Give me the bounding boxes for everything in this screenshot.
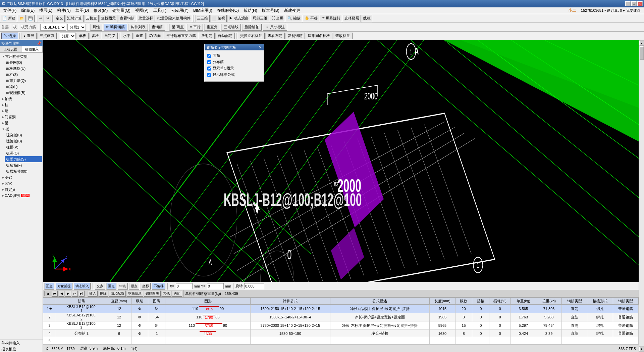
nav-first[interactable]: ⏮	[52, 291, 58, 297]
tree-col[interactable]: ▶ 柱	[1, 102, 42, 108]
checkbox-face[interactable]	[207, 54, 211, 58]
nav-next[interactable]: ▶	[65, 291, 71, 297]
snap-intersect[interactable]: 交点	[95, 283, 105, 290]
btn-zoom[interactable]: 🔍 缩放	[286, 15, 302, 22]
tree-spiral-slab[interactable]: 螺旋板(B)	[5, 138, 42, 144]
nav-single-member[interactable]: 单构件输入	[0, 340, 43, 346]
menu-modify[interactable]: 修改(M)	[92, 7, 110, 14]
menu-tools[interactable]: 工具(T)	[151, 7, 168, 14]
menu-qty[interactable]: 钢筋量(Q)	[110, 7, 132, 14]
menu-help[interactable]: 帮助(H)	[241, 7, 259, 14]
tree-custom[interactable]: ▶ 自定义	[1, 186, 42, 192]
btn-custom[interactable]: 自定义	[102, 33, 118, 39]
menu-draw[interactable]: 绘图(D)	[73, 7, 91, 14]
menu-edit[interactable]: 编辑(E)	[19, 7, 37, 14]
snap-endpoint[interactable]: 重点	[106, 283, 116, 290]
snap-coord[interactable]: 坐标	[141, 283, 151, 290]
nav-expand[interactable]: ◀	[44, 291, 51, 296]
check-dist-rebar[interactable]: 分布筋	[207, 59, 261, 64]
btn-wireframe[interactable]: 线框	[362, 15, 372, 22]
checkbox-single-c[interactable]	[207, 67, 211, 71]
snap-nooffset[interactable]: 不偏移	[152, 283, 165, 290]
btn-3point[interactable]: 三点辅线	[221, 24, 241, 31]
layer-select[interactable]: 分层1	[67, 24, 86, 31]
btn-pan[interactable]: ✋ 平移	[303, 15, 319, 22]
btn-xy[interactable]: XY方向	[146, 33, 163, 39]
btn-local3d[interactable]: 局部三维	[251, 15, 269, 22]
btn-check-label[interactable]: 查改标注	[333, 33, 353, 39]
btn-multi-board[interactable]: 多板	[89, 33, 101, 39]
table-row[interactable]: 5	[43, 337, 639, 345]
menu-bim[interactable]: BIM应用(I)	[191, 7, 214, 14]
btn-undo[interactable]: ↩	[38, 15, 44, 22]
check-single-c[interactable]: 显示单C图示	[207, 66, 261, 71]
table-row[interactable]: 2 KBSLJ-B12@100.2 12 Φ 64 110	[43, 313, 639, 321]
tree-cad[interactable]: ▶ CAD识别 NEW	[1, 192, 42, 199]
tree-common-types[interactable]: ▼ 常用构件类型	[1, 53, 42, 59]
btn-save[interactable]: 💾	[26, 15, 35, 22]
btn-batch-delete[interactable]: 批量删除未使用构件	[156, 15, 192, 22]
minimize-button[interactable]: ─	[625, 1, 631, 6]
btn-single-board[interactable]: 单板	[76, 33, 89, 39]
tab-engineering[interactable]: 工程设置	[0, 46, 21, 52]
tree-slabs[interactable]: ▼ 板	[1, 126, 42, 132]
close-button[interactable]: ✕	[637, 1, 643, 6]
tree-column[interactable]: ⊞ 柱(Z)	[5, 72, 42, 78]
checkbox-dist[interactable]	[207, 60, 211, 64]
btn-view-layout[interactable]: 查看布筋	[265, 33, 285, 39]
tree-axis[interactable]: ▶ 轴线	[1, 96, 42, 102]
tree-other[interactable]: ▶ 其它	[1, 180, 42, 186]
btn-find[interactable]: 查找图元	[99, 15, 117, 22]
scroll-thumb[interactable]	[640, 46, 644, 60]
btn-scale-rebar[interactable]: 缩尺配筋	[109, 291, 126, 297]
popup-close-icon[interactable]: ✕	[259, 45, 262, 50]
btn-arc[interactable]: 三点画弧	[37, 33, 57, 39]
tree-column-cap[interactable]: 柱帽(V)	[5, 144, 42, 150]
tab-drawing[interactable]: 绘图输入	[21, 46, 43, 52]
btn-copy-rebar[interactable]: 复制钢筋	[285, 33, 305, 39]
nav-last[interactable]: ⏭	[72, 291, 78, 297]
btn-top[interactable]: ⬜ 俯视	[210, 15, 227, 22]
table-row[interactable]: 4 分布筋.1 6 Φ 1 1630	[43, 330, 639, 337]
btn-open[interactable]: 📂	[18, 15, 26, 22]
tree-foundation[interactable]: ▶ 基础	[1, 174, 42, 180]
btn-delete[interactable]: 删除	[98, 291, 108, 297]
tree-doors[interactable]: ▶ 门窗洞	[1, 114, 42, 120]
snap-orthogonal[interactable]: 正交	[44, 283, 54, 290]
btn-rebar-info[interactable]: 钢筋信息	[126, 291, 143, 297]
scroll-up[interactable]: ▲	[639, 41, 644, 46]
tree-grid[interactable]: ⊞ 矩网(O)	[5, 59, 42, 65]
btn-view-rebar[interactable]: 查看钢筋	[118, 15, 136, 22]
btn-insert[interactable]: 插入	[88, 291, 98, 297]
x-input[interactable]	[176, 283, 193, 289]
btn-attr[interactable]: 属性	[90, 24, 102, 31]
btn-member-list[interactable]: 构件列表	[128, 24, 148, 31]
btn-batch-select[interactable]: 此量选择	[137, 15, 155, 22]
menu-file[interactable]: 文件(F)	[1, 7, 18, 14]
scroll-down[interactable]: ▼	[639, 347, 644, 351]
snap-midpoint[interactable]: 中点	[118, 283, 128, 290]
tree-board-hole[interactable]: 板洞(O)	[5, 150, 42, 156]
btn-twopoints[interactable]: 梁 两点	[169, 24, 186, 31]
snap-dynamic[interactable]: 动态输入	[74, 283, 91, 290]
tree-shearwall[interactable]: ⊞ 剪力墙(Q)	[5, 78, 42, 84]
btn-rebar-chart[interactable]: 钢筋图表	[144, 291, 161, 297]
btn-select[interactable]: ↖ 选择	[1, 33, 18, 39]
btn-close-grid[interactable]: 关闭	[172, 291, 182, 297]
menu-user[interactable]: 小二	[566, 7, 578, 14]
menu-floor[interactable]: 模层(L)	[37, 7, 54, 14]
tree-beams[interactable]: ▶ 梁	[1, 120, 42, 126]
btn-radial[interactable]: 放射筋	[199, 33, 215, 39]
btn-del-axis[interactable]: 删除辅轴	[242, 24, 262, 31]
snap-object[interactable]: 对象捕捉	[56, 283, 72, 290]
menu-cloud[interactable]: 云应用(Y)	[169, 7, 191, 14]
tree-slab[interactable]: ⊞ 现浇板(B)	[5, 90, 42, 96]
btn-apply-same[interactable]: 应用同名称板	[306, 33, 332, 39]
btn-horizontal[interactable]: 水平	[121, 33, 133, 39]
btn-3d[interactable]: 三三维	[195, 15, 210, 22]
menu-newchange[interactable]: 新建变更	[282, 7, 302, 14]
menu-member[interactable]: 构件(N)	[55, 7, 73, 14]
btn-new[interactable]: 📄 新建	[1, 15, 17, 22]
btn-perpendicular[interactable]: 垂直角	[204, 24, 220, 31]
btn-line[interactable]: ⬥ 直线	[21, 33, 37, 39]
